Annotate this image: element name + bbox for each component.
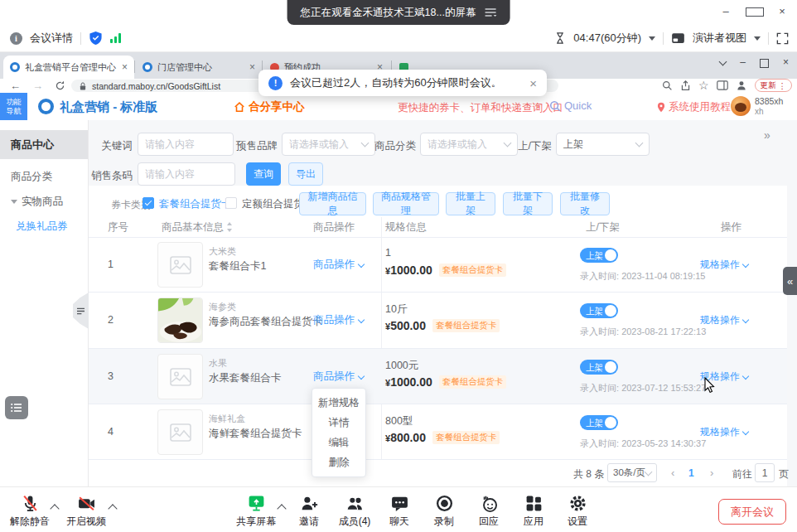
product-image-placeholder[interactable] [157,409,203,455]
sidebar-item-gift-voucher[interactable]: 兑换礼品券 [0,214,88,239]
menu-item-add-spec[interactable]: 新增规格 [312,393,365,413]
barcode-input[interactable] [138,162,235,186]
menu-item-edit[interactable]: 编辑 [312,433,365,452]
batch-on-shelf-button[interactable]: 批量上架 [446,192,495,215]
product-action-dropdown[interactable]: 商品操作 [313,313,364,327]
share-center-link[interactable]: 合分享中心 [234,99,305,114]
maximize-icon[interactable] [746,5,762,19]
sidebar-header[interactable]: 商品中心 [0,130,88,159]
spec-action-dropdown[interactable]: 规格操作 [700,313,748,327]
minimize-icon[interactable]: – [717,5,734,19]
browser-tab-1[interactable]: 礼盒营销平台管理中心 × [3,56,134,79]
close-icon[interactable]: × [774,5,790,19]
checkbox-package-card[interactable] [142,197,154,209]
sidebar-item-category[interactable]: 商品分类 [0,164,88,189]
goto-page-input[interactable] [755,463,775,482]
unmute-button[interactable]: 解除静音 [3,494,56,529]
settings-button[interactable]: 设置 [551,494,604,529]
start-video-button[interactable]: 开启视频 [60,494,113,529]
sidebar-collapse-handle[interactable] [73,293,89,329]
tab-close-icon[interactable]: × [122,61,128,73]
profile-icon[interactable] [736,80,747,91]
col-product-info[interactable]: 商品基本信息 [162,220,233,235]
leave-meeting-button[interactable]: 离开会议 [718,499,786,525]
sidebar-item-physical-goods[interactable]: 实物商品 [0,189,88,214]
browser-maximize-icon[interactable] [760,59,769,68]
brand-select[interactable]: 请选择或输入 [282,133,375,156]
shelf-toggle[interactable]: 上架 [580,248,618,263]
shelf-select[interactable]: 上架 [556,133,650,156]
current-page[interactable]: 1 [688,467,694,479]
location-pin-icon [657,102,665,113]
keyword-label: 关键词 [89,139,133,153]
product-category: 海鲜礼盒 [209,413,245,425]
sort-icon[interactable] [226,222,233,232]
spec-action-dropdown[interactable]: 规格操作 [700,258,748,272]
shelf-toggle[interactable]: 上架 [580,303,618,318]
network-signal-icon[interactable] [110,33,121,43]
browser-minimize-icon[interactable]: – [740,56,746,68]
prev-page-icon[interactable]: ‹ [671,467,674,479]
banner-menu-icon[interactable] [484,7,496,17]
shelf-toggle[interactable]: 上架 [580,360,618,375]
keyword-input[interactable] [138,133,234,156]
page-size-select[interactable]: 30条/页 [607,463,657,482]
search-button[interactable]: 查询 [246,162,281,186]
reaction-smiley-icon [480,494,499,513]
user-avatar[interactable] [731,96,751,116]
product-image-placeholder[interactable] [157,354,203,399]
record-icon [435,494,454,513]
row-index: 3 [108,370,114,382]
view-mode-label[interactable]: 演讲者视图 [693,31,746,46]
product-category: 海参类 [209,301,236,313]
browser-tab-2[interactable]: 门店管理中心 × [136,56,262,79]
page-unit-label: 页 [779,467,789,481]
shelf-toggle[interactable]: 上架 [580,415,618,430]
reload-icon[interactable] [55,80,65,91]
entry-time: 录入时间: 2023-05-23 14:30:37 [580,438,706,450]
forward-icon[interactable]: → [32,80,43,92]
chrome-update-button[interactable]: 更新 ⋮ [755,79,793,92]
menu-item-detail[interactable]: 详情 [312,413,365,433]
tutorial-link[interactable]: 系统使用教程 [657,100,731,114]
spec-manage-button[interactable]: 商品规格管理 [373,192,439,215]
menu-item-delete[interactable]: 删除 [312,452,365,472]
batch-edit-button[interactable]: 批量修改 [560,192,610,215]
product-action-dropdown[interactable]: 商品操作 [313,370,364,384]
toast-close-icon[interactable]: × [529,76,537,90]
fullscreen-icon[interactable] [776,32,789,45]
timer-chevron-down-icon[interactable] [649,36,655,41]
function-nav-button[interactable]: 功能 导航 [0,93,27,120]
category-select[interactable]: 请选择或输入 [420,133,518,156]
browser-close-icon[interactable]: × [783,56,789,68]
security-shield-icon[interactable] [89,31,103,46]
side-panel-icon[interactable] [717,80,728,90]
checkbox-package-card-label[interactable]: 套餐组合提货卡 [159,197,232,211]
view-chevron-down-icon[interactable] [754,36,761,41]
lock-icon [79,81,87,91]
checkbox-fixed-card[interactable] [225,197,237,209]
quick-search-link[interactable]: Quick [549,99,592,112]
zoom-icon[interactable] [662,80,673,91]
category-label: 商品分类 [373,139,416,153]
card-type-tag: 套餐组合提货卡 [432,431,500,444]
tab-search-chevron-icon[interactable] [719,57,727,65]
spec-action-dropdown[interactable]: 规格操作 [700,425,748,439]
floating-list-button[interactable] [5,396,28,419]
bookmark-star-icon[interactable]: ☆ [698,79,709,92]
expand-panel-handle[interactable]: « [783,267,797,295]
add-product-button[interactable]: 新增商品信息 [299,192,366,215]
meeting-detail-link[interactable]: 会议详情 [30,31,73,46]
product-photo[interactable] [157,297,203,343]
export-button[interactable]: 导出 [288,162,323,186]
tab-close-icon[interactable]: × [249,61,255,73]
back-icon[interactable]: ← [10,80,21,92]
share-icon[interactable] [680,80,691,91]
product-image-placeholder[interactable] [157,242,203,288]
batch-off-shelf-button[interactable]: 批量下架 [503,192,553,215]
collapse-panel-icon[interactable]: » [764,128,770,142]
product-action-dropdown[interactable]: 商品操作 [313,258,364,272]
next-page-icon[interactable]: › [710,467,713,479]
watching-banner: 您正在观看金禾通技术王斌18...的屏幕 [287,0,510,25]
share-screen-button[interactable]: 共享屏幕 [229,494,283,529]
